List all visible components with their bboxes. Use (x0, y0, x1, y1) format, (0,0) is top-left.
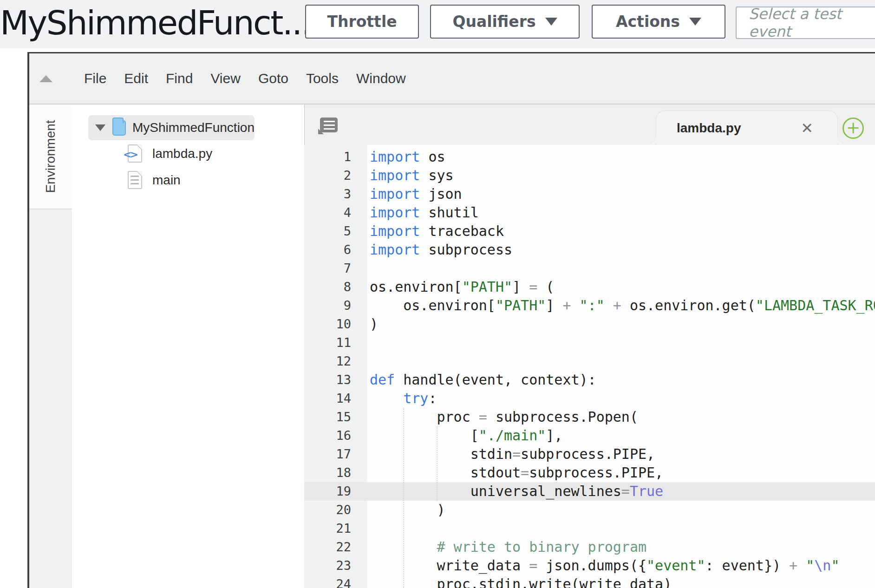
code-brackets-glyph: <> (123, 149, 137, 160)
open-files-list-icon[interactable] (320, 118, 338, 132)
header-gap (0, 48, 875, 52)
code-line-3[interactable]: 3import json (304, 185, 875, 203)
code-line-14[interactable]: 14 try: (304, 389, 875, 408)
line-number[interactable]: 3 (304, 185, 367, 203)
code-editor[interactable]: 1import os2import sys3import json4import… (304, 145, 875, 588)
line-number[interactable]: 15 (304, 408, 367, 426)
code-line-text: def handle(event, context): (367, 371, 596, 389)
tree-files: <>lambda.pymain (72, 140, 304, 193)
line-number[interactable]: 10 (304, 315, 367, 333)
code-line-17[interactable]: 17 stdin=subprocess.PIPE, (304, 445, 875, 464)
chevron-down-icon[interactable] (95, 124, 105, 131)
code-line-19[interactable]: 19 universal_newlines=True (304, 482, 875, 501)
qualifiers-button[interactable]: Qualifiers (430, 5, 580, 39)
line-number[interactable]: 19 (304, 482, 367, 501)
code-line-7[interactable]: 7 (304, 259, 875, 278)
function-name-title: MyShimmedFunct... (0, 3, 311, 42)
code-line-21[interactable]: 21 (304, 519, 875, 538)
line-number[interactable]: 4 (304, 203, 367, 222)
line-number[interactable]: 7 (304, 259, 367, 278)
close-tab-icon[interactable]: ✕ (801, 121, 813, 136)
code-line-16[interactable]: 16 ["./main"], (304, 426, 875, 445)
caret-down-icon (689, 18, 701, 26)
menu-item-find[interactable]: Find (165, 69, 194, 88)
line-number[interactable]: 21 (304, 519, 367, 538)
code-line-22[interactable]: 22 # write to binary program (304, 538, 875, 556)
tab-lambda-py[interactable]: lambda.py ✕ (656, 111, 838, 145)
code-line-23[interactable]: 23 write_data = json.dumps({"event": eve… (304, 556, 875, 575)
folder-icon (112, 120, 126, 136)
environment-tab-label: Environment (43, 120, 58, 193)
code-line-text: import json (367, 185, 462, 203)
code-line-8[interactable]: 8os.environ["PATH"] = ( (304, 278, 875, 296)
tree-item-main[interactable]: main (72, 167, 304, 193)
code-line-15[interactable]: 15 proc = subprocess.Popen( (304, 408, 875, 426)
code-line-1[interactable]: 1import os (304, 148, 875, 166)
menu-item-edit[interactable]: Edit (123, 69, 149, 88)
code-line-text: # write to binary program (367, 538, 646, 556)
line-number[interactable]: 12 (304, 352, 367, 371)
code-line-18[interactable]: 18 stdout=subprocess.PIPE, (304, 464, 875, 482)
throttle-button[interactable]: Throttle (305, 5, 419, 39)
line-number[interactable]: 9 (304, 296, 367, 315)
line-number[interactable]: 20 (304, 501, 367, 519)
line-number[interactable]: 18 (304, 464, 367, 482)
code-line-text: import subprocess (367, 241, 512, 259)
button-label: Throttle (327, 13, 397, 31)
line-number[interactable]: 2 (304, 166, 367, 185)
collapse-pane-icon[interactable] (39, 75, 52, 82)
menu-item-view[interactable]: View (209, 69, 241, 88)
editor-pane: lambda.py ✕ + 1import os2import sys3impo… (304, 105, 875, 588)
menu-item-file[interactable]: File (83, 69, 107, 88)
tree-item-root-folder[interactable]: MyShimmedFunction (88, 115, 255, 140)
line-number[interactable]: 22 (304, 538, 367, 556)
code-line-20[interactable]: 20 ) (304, 501, 875, 519)
code-line-text: try: (367, 389, 437, 408)
code-line-6[interactable]: 6import subprocess (304, 241, 875, 259)
code-line-11[interactable]: 11 (304, 333, 875, 352)
environment-column: Environment (29, 105, 72, 588)
code-line-text: proc.stdin.write(write_data) (367, 575, 672, 588)
line-number[interactable]: 14 (304, 389, 367, 408)
tree-item-lambda-py[interactable]: <>lambda.py (72, 140, 304, 167)
lambda-console-page: { "header": { "title": "MyShimmedFunct..… (0, 0, 875, 588)
menu-item-window[interactable]: Window (355, 69, 407, 88)
editor-menubar: FileEditFindViewGotoToolsWindow (29, 53, 875, 105)
actions-button[interactable]: Actions (592, 5, 725, 39)
button-label: Qualifiers (452, 13, 535, 31)
line-number[interactable]: 16 (304, 426, 367, 445)
line-number[interactable]: 5 (304, 222, 367, 241)
code-line-text: import shutil (367, 203, 479, 222)
code-line-4[interactable]: 4import shutil (304, 203, 875, 222)
code-line-5[interactable]: 5import traceback (304, 222, 875, 241)
file-tree: MyShimmedFunction <>lambda.pymain (72, 105, 304, 588)
code-line-12[interactable]: 12 (304, 352, 875, 371)
menu-item-tools[interactable]: Tools (305, 69, 340, 88)
code-line-24[interactable]: 24 proc.stdin.write(write_data) (304, 575, 875, 588)
caret-down-icon (545, 18, 557, 26)
menu-item-goto[interactable]: Goto (257, 69, 289, 88)
line-number[interactable]: 17 (304, 445, 367, 464)
code-line-9[interactable]: 9 os.environ["PATH"] + ":" + os.environ.… (304, 296, 875, 315)
code-line-13[interactable]: 13def handle(event, context): (304, 371, 875, 389)
code-line-10[interactable]: 10) (304, 315, 875, 333)
line-number[interactable]: 24 (304, 575, 367, 588)
code-line-text: ) (367, 501, 445, 519)
line-number[interactable]: 23 (304, 556, 367, 575)
line-number[interactable]: 1 (304, 148, 367, 166)
line-number[interactable]: 6 (304, 241, 367, 259)
new-tab-button[interactable]: + (842, 118, 864, 139)
test-event-select[interactable]: Select a test event (736, 7, 875, 39)
code-line-2[interactable]: 2import sys (304, 166, 875, 185)
environment-tab[interactable]: Environment (29, 105, 72, 209)
button-label: Actions (616, 13, 680, 31)
line-number[interactable]: 8 (304, 278, 367, 296)
menu-items: FileEditFindViewGotoToolsWindow (83, 69, 407, 88)
code-line-text (367, 352, 370, 371)
line-number[interactable]: 11 (304, 333, 367, 352)
code-line-text: ) (367, 315, 378, 333)
tree-item-label: lambda.py (152, 146, 212, 161)
code-line-text: stdin=subprocess.PIPE, (367, 445, 655, 464)
code-line-text: proc = subprocess.Popen( (367, 408, 638, 426)
line-number[interactable]: 13 (304, 371, 367, 389)
